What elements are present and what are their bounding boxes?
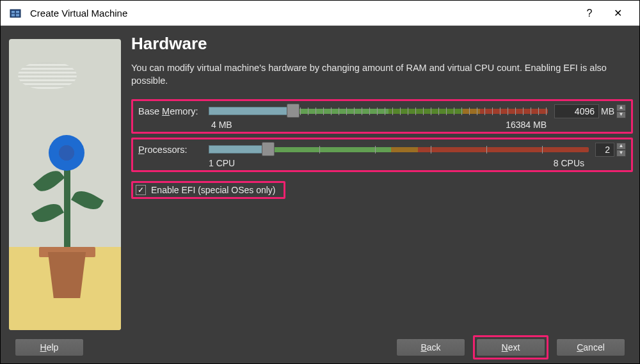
slider-thumb[interactable] — [262, 142, 275, 156]
dialog-body: Hardware You can modify virtual machine'… — [1, 26, 639, 331]
svg-rect-2 — [16, 11, 19, 13]
slider-thumb[interactable] — [287, 104, 300, 118]
svg-rect-4 — [16, 14, 19, 17]
processor-input[interactable] — [595, 143, 614, 157]
cpu-spin-up[interactable]: ▲ — [616, 143, 626, 150]
next-button-highlight: Next — [473, 335, 548, 360]
wizard-illustration — [9, 39, 121, 330]
back-button[interactable]: Back — [396, 338, 465, 356]
close-icon[interactable]: ✕ — [604, 7, 632, 19]
help-icon[interactable]: ? — [575, 8, 604, 19]
virtualbox-icon — [8, 6, 22, 20]
memory-unit: MB — [601, 106, 614, 116]
base-memory-group: Base Memory: MB ▲ — [131, 99, 633, 134]
help-button[interactable]: Help — [15, 338, 84, 356]
efi-label: Enable EFI (special OSes only) — [151, 185, 276, 195]
processor-group: Processors: ▲ ▼ — [131, 138, 633, 172]
processor-label: Processors: — [138, 145, 202, 155]
cpu-spin-down[interactable]: ▼ — [616, 150, 626, 157]
page-description: You can modify virtual machine's hardwar… — [131, 61, 633, 88]
footer: Help Back Next Cancel — [1, 331, 639, 363]
base-memory-input[interactable] — [554, 104, 599, 118]
dialog-window: Create Virtual Machine ? ✕ Hardware You … — [0, 0, 640, 364]
sidebar — [1, 26, 129, 331]
enable-efi-checkbox[interactable]: ✓ Enable EFI (special OSes only) — [131, 181, 285, 199]
window-title: Create Virtual Machine — [30, 8, 575, 19]
content-area: Hardware You can modify virtual machine'… — [129, 26, 639, 331]
next-button[interactable]: Next — [476, 338, 545, 356]
cpu-max-label: 8 CPUs — [554, 158, 584, 168]
memory-max-label: 16384 MB — [506, 120, 547, 130]
processor-slider[interactable] — [209, 144, 589, 155]
base-memory-slider[interactable] — [209, 106, 548, 117]
svg-rect-3 — [12, 14, 15, 17]
titlebar: Create Virtual Machine ? ✕ — [1, 1, 639, 26]
svg-rect-1 — [12, 11, 15, 13]
memory-spin-up[interactable]: ▲ — [616, 104, 626, 111]
base-memory-label: Base Memory: — [138, 106, 202, 116]
memory-spin-down[interactable]: ▼ — [616, 111, 626, 118]
cpu-min-label: 1 CPU — [209, 158, 235, 168]
cancel-button[interactable]: Cancel — [556, 338, 625, 356]
page-heading: Hardware — [131, 34, 633, 54]
checkmark-icon: ✓ — [136, 185, 146, 195]
memory-min-label: 4 MB — [211, 120, 232, 130]
